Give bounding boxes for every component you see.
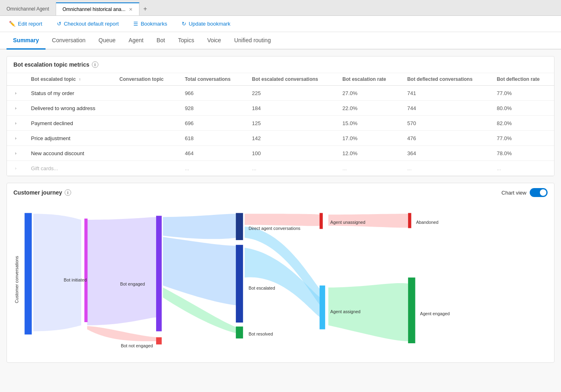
expand-button[interactable]: › xyxy=(13,135,18,141)
bookmarks-button[interactable]: ☰ Bookmarks xyxy=(131,19,170,28)
cell-topic: Gift cards... xyxy=(24,161,113,176)
cell-deflection-rate: 80.0% xyxy=(490,101,554,116)
cell-escalated: ... xyxy=(246,161,336,176)
expand-cell[interactable]: › xyxy=(7,86,24,101)
tab-unified-routing-label: Unified routing xyxy=(234,37,271,43)
label-agent-unassigned: Agent unassigned xyxy=(331,220,365,225)
chart-view-switch[interactable] xyxy=(530,188,548,197)
tab-conversation-label: Conversation xyxy=(52,37,86,43)
cell-topic: Status of my order xyxy=(24,86,113,101)
close-icon[interactable]: ✕ xyxy=(129,7,133,12)
cell-conversation-topic xyxy=(113,161,178,176)
expand-button[interactable]: › xyxy=(13,90,18,96)
tab-topics[interactable]: Topics xyxy=(172,32,201,50)
table-row: › New accound discount 464 100 12.0% 364… xyxy=(7,146,554,161)
main-content: Bot escalation topic metrics i Bot escal… xyxy=(0,50,561,392)
table-row: › Price adjustment 618 142 17.0% 476 77.… xyxy=(7,131,554,146)
th-bot-deflection-rate[interactable]: Bot deflection rate xyxy=(490,73,554,86)
tab-summary-label: Summary xyxy=(13,37,39,43)
cell-deflected: 476 xyxy=(401,131,490,146)
node-bot-initiated xyxy=(85,219,88,322)
tab-agent[interactable]: Agent xyxy=(122,32,150,50)
label-agent-assigned: Agent assigned xyxy=(331,309,361,314)
cell-escalation-rate: 15.0% xyxy=(336,116,400,131)
expand-cell[interactable]: › xyxy=(7,101,24,116)
tab-unified-routing[interactable]: Unified routing xyxy=(228,32,277,50)
journey-info-icon[interactable]: i xyxy=(65,189,71,196)
bookmarks-label: Bookmarks xyxy=(141,21,167,27)
update-icon: ↻ xyxy=(182,21,186,27)
update-bookmark-button[interactable]: ↻ Update bookmark xyxy=(179,19,233,28)
th-bot-escalation-rate[interactable]: Bot escalation rate xyxy=(336,73,400,86)
node-bot-resolved xyxy=(236,327,243,338)
tab-conversation[interactable]: Conversation xyxy=(46,32,92,50)
cell-deflection-rate: 78.0% xyxy=(490,146,554,161)
expand-cell[interactable]: › xyxy=(7,131,24,146)
tab-queue[interactable]: Queue xyxy=(92,32,122,50)
cell-escalated: 184 xyxy=(246,101,336,116)
info-icon[interactable]: i xyxy=(92,61,98,68)
label-direct-agent: Direct agent conversations xyxy=(249,226,300,231)
th-bot-escalated-topic[interactable]: Bot escalated topic ↑ xyxy=(24,73,113,86)
table-row: › Status of my order 966 225 27.0% 741 7… xyxy=(7,86,554,101)
label-bot-not-engaged: Bot not engaged xyxy=(121,343,153,348)
cell-total: 928 xyxy=(178,101,246,116)
node-direct-agent xyxy=(236,213,243,240)
label-bot-resolved: Bot resolved xyxy=(249,331,273,336)
cell-topic: Price adjustment xyxy=(24,131,113,146)
add-tab-button[interactable]: + xyxy=(139,3,151,15)
expand-cell[interactable]: › xyxy=(7,116,24,131)
cell-deflection-rate: 82.0% xyxy=(490,116,554,131)
expand-cell[interactable]: › xyxy=(7,161,24,176)
node-abandoned xyxy=(408,213,411,228)
toolbar: ✏️ Edit report ↺ Checkout default report… xyxy=(0,16,561,32)
tab-summary[interactable]: Summary xyxy=(7,32,46,50)
table-row: › Payment declined 696 125 15.0% 570 82.… xyxy=(7,116,554,131)
journey-title: Customer journey i xyxy=(13,189,71,196)
tab-agent[interactable]: Omnichannel Agent xyxy=(0,2,56,15)
nav-tabs: Summary Conversation Queue Agent Bot Top… xyxy=(0,32,561,50)
bookmarks-icon: ☰ xyxy=(133,21,138,27)
tab-bot[interactable]: Bot xyxy=(150,32,172,50)
expand-cell[interactable]: › xyxy=(7,146,24,161)
cell-conversation-topic xyxy=(113,146,178,161)
cell-total: ... xyxy=(178,161,246,176)
cell-escalation-rate: 17.0% xyxy=(336,131,400,146)
node-customer-conversations xyxy=(24,213,32,334)
expand-button[interactable]: › xyxy=(13,150,18,156)
tab-agent-label: Agent xyxy=(128,37,144,43)
cell-escalation-rate: ... xyxy=(336,161,400,176)
tab-historical[interactable]: Omnichannel historical ana... ✕ xyxy=(56,2,139,15)
update-bookmark-label: Update bookmark xyxy=(189,21,230,27)
tab-historical-label: Omnichannel historical ana... xyxy=(63,6,126,12)
expand-button[interactable]: › xyxy=(13,165,18,171)
tab-queue-label: Queue xyxy=(98,37,115,43)
bot-metrics-header: Bot escalation topic metrics i xyxy=(7,56,554,73)
cell-total: 464 xyxy=(178,146,246,161)
th-conversation-topic[interactable]: Conversation topic xyxy=(113,73,178,86)
tab-voice[interactable]: Voice xyxy=(201,32,228,50)
label-bot-engaged: Bot engaged xyxy=(120,282,145,286)
checkout-default-button[interactable]: ↺ Checkout default report xyxy=(54,19,121,28)
expand-button[interactable]: › xyxy=(13,105,18,111)
label-bot-initiated: Bot initiated xyxy=(64,277,87,282)
node-agent-unassigned xyxy=(320,213,323,229)
edit-report-button[interactable]: ✏️ Edit report xyxy=(7,19,45,28)
tab-voice-label: Voice xyxy=(207,37,221,43)
cell-conversation-topic xyxy=(113,101,178,116)
bot-metrics-table-container[interactable]: Bot escalated topic ↑ Conversation topic… xyxy=(7,73,554,176)
tab-agent-label: Omnichannel Agent xyxy=(7,6,49,12)
th-bot-deflected-convs[interactable]: Bot deflected conversations xyxy=(401,73,490,86)
chart-view-toggle: Chart view xyxy=(502,188,548,197)
cell-topic: Payment declined xyxy=(24,116,113,131)
node-bot-not-engaged xyxy=(156,337,162,344)
cell-deflected: 744 xyxy=(401,101,490,116)
cell-conversation-topic xyxy=(113,116,178,131)
node-bot-engaged xyxy=(156,216,162,331)
th-bot-escalated-convs[interactable]: Bot escalated conversations xyxy=(246,73,336,86)
journey-header: Customer journey i Chart view xyxy=(7,183,554,202)
th-total-conversations[interactable]: Total conversations xyxy=(178,73,246,86)
expand-button[interactable]: › xyxy=(13,120,18,126)
cell-deflected: 364 xyxy=(401,146,490,161)
node-agent-engaged xyxy=(408,277,415,343)
